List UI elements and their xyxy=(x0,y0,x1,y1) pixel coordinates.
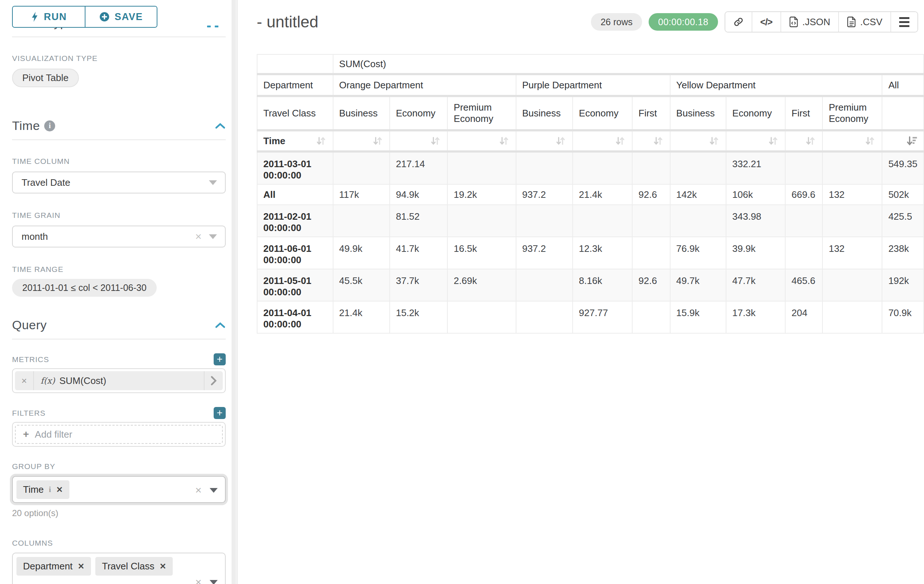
time-grain-value: month xyxy=(21,231,48,242)
pivot-value-cell xyxy=(447,301,516,333)
pivot-value-cell xyxy=(516,151,573,184)
caret-down-icon[interactable] xyxy=(210,488,218,493)
sort-toggle-icon[interactable] xyxy=(315,135,327,147)
run-save-button-group: RUN SAVE xyxy=(12,6,157,28)
remove-chip-icon[interactable]: ✕ xyxy=(160,562,166,571)
sort-toggle-icon[interactable] xyxy=(805,135,816,147)
plus-icon: + xyxy=(23,429,29,440)
query-section-header: Query xyxy=(12,318,226,332)
sidebar-topbar: Chart Type RUN xyxy=(12,0,225,36)
pivot-value-cell: 425.5 xyxy=(882,205,924,237)
sort-toggle-icon[interactable] xyxy=(498,135,510,147)
pivot-table-container: SUM(Cost)DepartmentOrange DepartmentPurp… xyxy=(257,54,924,334)
more-menu-button[interactable] xyxy=(890,12,917,32)
time-column-select[interactable]: Travel Date xyxy=(12,171,226,193)
travel-class-header: Business xyxy=(670,96,726,130)
info-icon[interactable]: i xyxy=(44,120,55,132)
row-dimension-label: Time xyxy=(263,135,285,147)
sort-toggle-icon[interactable] xyxy=(372,135,383,147)
run-button-label: RUN xyxy=(44,12,67,23)
add-metric-button[interactable]: + xyxy=(214,353,226,365)
run-button[interactable]: RUN xyxy=(13,7,85,27)
sort-toggle-icon[interactable] xyxy=(652,135,664,147)
remove-metric-icon[interactable]: × xyxy=(15,371,34,390)
pivot-value-cell: 21.4k xyxy=(333,301,390,333)
row-dimension-header: Time xyxy=(257,130,333,151)
file-text-icon xyxy=(847,16,856,27)
pivot-value-cell xyxy=(670,151,726,184)
sort-descending-icon[interactable] xyxy=(906,135,917,147)
pivot-value-cell: 12.3k xyxy=(573,237,632,269)
metric-name: SUM(Cost) xyxy=(59,375,106,387)
clear-icon[interactable]: × xyxy=(195,484,201,497)
dimension-chip[interactable]: Timei✕ xyxy=(16,480,69,499)
chart-title[interactable]: - untitled xyxy=(257,13,318,31)
save-button[interactable]: SAVE xyxy=(85,7,157,27)
pivot-value-cell: 49.7k xyxy=(670,269,726,301)
travel-class-header-row: Travel ClassBusinessEconomyPremium Econo… xyxy=(257,96,924,130)
travel-class-header: Business xyxy=(516,96,573,130)
pivot-value-cell xyxy=(785,237,822,269)
sort-toggle-icon[interactable] xyxy=(555,135,566,147)
clear-icon[interactable]: × xyxy=(195,230,201,243)
section-divider xyxy=(12,140,226,140)
pivot-value-cell: 81.52 xyxy=(390,205,447,237)
metric-chip[interactable]: × f(x) SUM(Cost) xyxy=(15,371,223,390)
pivot-value-cell: 132 xyxy=(822,237,882,269)
group-by-select[interactable]: Timei✕ × xyxy=(12,476,226,503)
time-range-pill[interactable]: 2011-01-01 ≤ col < 2011-06-30 xyxy=(12,279,157,297)
sort-toggle-icon[interactable] xyxy=(708,135,720,147)
collapse-chevron-icon[interactable] xyxy=(215,122,226,130)
sort-toggle-icon[interactable] xyxy=(864,135,876,147)
share-link-button[interactable] xyxy=(725,12,752,32)
add-filter-plus-button[interactable]: + xyxy=(214,407,226,419)
info-icon[interactable]: i xyxy=(49,485,51,494)
chip-label: Department xyxy=(23,561,73,572)
pivot-value-cell: 2.69k xyxy=(447,269,516,301)
export-csv-button[interactable]: .CSV xyxy=(838,12,890,32)
sort-toggle-icon[interactable] xyxy=(767,135,779,147)
pivot-value-cell: 94.9k xyxy=(390,184,447,205)
add-filter-button[interactable]: + Add filter xyxy=(15,425,223,444)
row-label: 2011-02-01 00:00:00 xyxy=(257,205,333,237)
collapse-chevron-icon[interactable] xyxy=(215,322,226,329)
remove-chip-icon[interactable]: ✕ xyxy=(56,485,63,495)
export-json-button[interactable]: .JSON xyxy=(780,12,838,32)
pivot-value-cell xyxy=(573,151,632,184)
columns-label: COLUMNS xyxy=(12,539,225,548)
expand-metric-icon[interactable] xyxy=(204,371,223,390)
travel-class-header: Business xyxy=(333,96,390,130)
pivot-data-row: 2011-06-01 00:00:0049.9k41.7k16.5k937.21… xyxy=(257,237,924,269)
file-code-icon xyxy=(789,16,799,27)
pivot-value-cell xyxy=(516,205,573,237)
pivot-value-cell: 70.9k xyxy=(882,301,924,333)
pivot-value-cell: 8.16k xyxy=(573,269,632,301)
remove-chip-icon[interactable]: ✕ xyxy=(78,562,84,571)
dimension-chip[interactable]: Travel Class✕ xyxy=(95,557,173,576)
travel-class-header: Economy xyxy=(726,96,785,130)
sort-toggle-icon[interactable] xyxy=(614,135,626,147)
pivot-value-cell xyxy=(670,205,726,237)
caret-down-icon[interactable] xyxy=(210,580,218,584)
clear-icon[interactable]: × xyxy=(195,576,201,584)
travel-class-header: First xyxy=(632,96,670,130)
viz-type-pill[interactable]: Pivot Table xyxy=(12,69,79,87)
sort-toggle-icon[interactable] xyxy=(429,135,441,147)
query-section-title: Query xyxy=(12,318,47,332)
time-grain-select[interactable]: month × xyxy=(12,225,226,247)
view-query-button[interactable]: </> xyxy=(752,12,780,32)
department-group-header: Purple Department xyxy=(516,74,670,96)
pivot-value-cell xyxy=(447,151,516,184)
pivot-value-cell: 549.35 xyxy=(882,151,924,184)
columns-select[interactable]: Department✕Travel Class✕ × xyxy=(12,553,226,584)
chevron-up-icon-clipped[interactable] xyxy=(207,26,218,27)
pivot-value-cell: 92.6 xyxy=(632,184,670,205)
pivot-value-cell: 19.2k xyxy=(447,184,516,205)
filters-label: FILTERS xyxy=(12,409,46,418)
export-csv-label: .CSV xyxy=(860,16,882,28)
pivot-value-cell: 332.21 xyxy=(726,151,785,184)
sortable-column-header xyxy=(726,130,785,151)
time-grain-label: TIME GRAIN xyxy=(12,211,225,220)
travel-class-header: Economy xyxy=(390,96,447,130)
dimension-chip[interactable]: Department✕ xyxy=(16,557,91,576)
